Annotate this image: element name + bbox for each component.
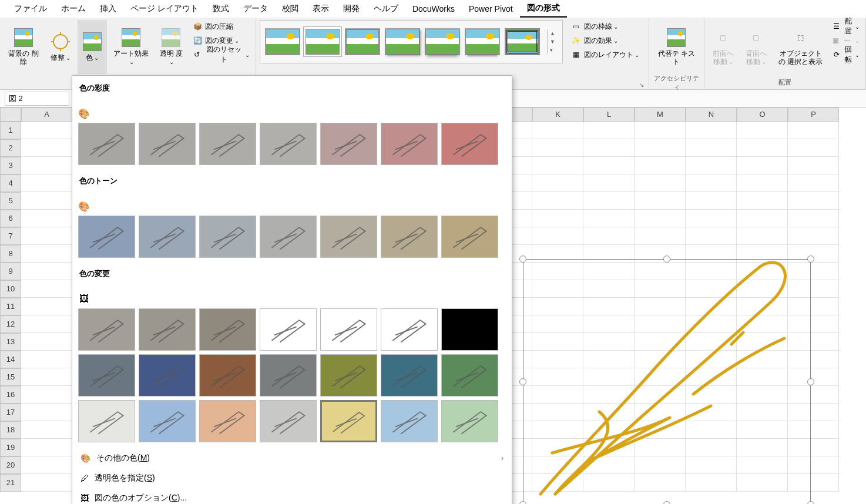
- saturation-swatch-6[interactable]: [441, 123, 498, 165]
- resize-handle-bm[interactable]: [663, 501, 670, 504]
- row-header-19[interactable]: 19: [0, 439, 21, 456]
- resize-handle-tm[interactable]: [663, 256, 670, 263]
- col-header-O[interactable]: O: [737, 107, 788, 122]
- cell[interactable]: [21, 139, 72, 157]
- picture-border-button[interactable]: ▭ 図の枠線: [569, 20, 645, 33]
- cell[interactable]: [583, 192, 635, 210]
- cell[interactable]: [21, 333, 72, 351]
- recolor-swatch-12[interactable]: [381, 354, 438, 397]
- saturation-swatch-2[interactable]: [199, 123, 256, 165]
- cell[interactable]: [532, 210, 583, 227]
- cell[interactable]: [532, 139, 583, 157]
- cell[interactable]: [737, 192, 788, 210]
- reset-picture-button[interactable]: ↺ 図のリセット: [190, 48, 252, 61]
- alt-text-button[interactable]: 代替テ キスト: [653, 20, 700, 74]
- row-header-8[interactable]: 8: [0, 245, 21, 263]
- style-thumb-2[interactable]: [305, 28, 340, 55]
- cell[interactable]: [686, 139, 737, 157]
- cell[interactable]: [788, 157, 839, 174]
- style-thumb-3[interactable]: [345, 28, 380, 55]
- cell[interactable]: [635, 139, 686, 157]
- cell[interactable]: [532, 192, 583, 210]
- col-header-P[interactable]: P: [788, 107, 839, 122]
- col-header-K[interactable]: K: [532, 107, 583, 122]
- menu-formulas[interactable]: 数式: [206, 1, 236, 16]
- row-header-4[interactable]: 4: [0, 174, 21, 192]
- cell[interactable]: [583, 210, 635, 227]
- cell[interactable]: [686, 174, 737, 192]
- menu-docuworks[interactable]: DocuWorks: [405, 2, 462, 16]
- cell[interactable]: [21, 351, 72, 368]
- remove-background-button[interactable]: 背景の 削除: [4, 20, 43, 74]
- recolor-swatch-8[interactable]: [139, 354, 196, 397]
- saturation-swatch-1[interactable]: [139, 123, 196, 165]
- cell[interactable]: [21, 474, 72, 492]
- recolor-swatch-9[interactable]: [199, 354, 256, 397]
- tone-swatch-6[interactable]: [441, 216, 498, 258]
- menu-insert[interactable]: 挿入: [93, 1, 123, 16]
- row-header-6[interactable]: 6: [0, 210, 21, 227]
- resize-handle-br[interactable]: [807, 501, 814, 504]
- row-header-5[interactable]: 5: [0, 192, 21, 210]
- row-header-2[interactable]: 2: [0, 139, 21, 157]
- cell[interactable]: [21, 174, 72, 192]
- menu-data[interactable]: データ: [236, 1, 275, 16]
- recolor-swatch-14[interactable]: [78, 400, 135, 442]
- recolor-swatch-17[interactable]: [260, 400, 317, 442]
- resize-handle-mr[interactable]: [807, 378, 814, 385]
- cell[interactable]: [788, 192, 839, 210]
- picture-effects-button[interactable]: ✨ 図の効果: [569, 34, 645, 47]
- row-header-16[interactable]: 16: [0, 386, 21, 404]
- saturation-swatch-4[interactable]: [320, 123, 377, 165]
- cell[interactable]: [21, 280, 72, 298]
- cell[interactable]: [21, 227, 72, 245]
- row-header-21[interactable]: 21: [0, 474, 21, 492]
- cell[interactable]: [686, 210, 737, 227]
- cell[interactable]: [21, 298, 72, 315]
- row-header-17[interactable]: 17: [0, 404, 21, 421]
- recolor-swatch-16[interactable]: [199, 400, 256, 442]
- menu-picture-format[interactable]: 図の形式: [520, 1, 567, 18]
- cell[interactable]: [21, 157, 72, 174]
- cell[interactable]: [21, 263, 72, 280]
- recolor-swatch-2[interactable]: [199, 308, 256, 351]
- cell[interactable]: [737, 227, 788, 245]
- saturation-swatch-0[interactable]: [78, 123, 135, 165]
- recolor-swatch-10[interactable]: [260, 354, 317, 397]
- set-transparent-item[interactable]: 🖊 透明色を指定(S): [72, 468, 512, 488]
- resize-handle-tl[interactable]: [519, 256, 526, 263]
- name-box[interactable]: [5, 92, 69, 106]
- menu-help[interactable]: ヘルプ: [367, 1, 405, 16]
- resize-handle-bl[interactable]: [519, 501, 526, 504]
- style-thumb-5[interactable]: [425, 28, 460, 55]
- cell[interactable]: [788, 139, 839, 157]
- tone-swatch-5[interactable]: [381, 216, 438, 258]
- menu-view[interactable]: 表示: [306, 1, 336, 16]
- menu-home[interactable]: ホーム: [54, 1, 93, 16]
- cell[interactable]: [788, 227, 839, 245]
- cell[interactable]: [21, 192, 72, 210]
- row-header-9[interactable]: 9: [0, 263, 21, 280]
- recolor-swatch-19[interactable]: [381, 400, 438, 442]
- recolor-swatch-4[interactable]: [320, 308, 377, 351]
- style-thumb-6[interactable]: [465, 28, 500, 55]
- more-colors-item[interactable]: 🎨 その他の色(M) ›: [72, 448, 512, 468]
- picture-layout-button[interactable]: ▦ 図のレイアウト: [569, 48, 645, 61]
- bring-forward-button[interactable]: ▢ 前面へ 移動: [708, 20, 739, 74]
- recolor-swatch-6[interactable]: [441, 308, 498, 351]
- transparency-button[interactable]: 透明 度: [155, 20, 188, 74]
- cell[interactable]: [737, 210, 788, 227]
- tone-swatch-4[interactable]: [320, 216, 377, 258]
- menu-page-layout[interactable]: ページ レイアウト: [123, 1, 206, 16]
- selection-pane-button[interactable]: ⬚ オブジェクトの 選択と表示: [774, 20, 828, 74]
- cell[interactable]: [635, 210, 686, 227]
- cell[interactable]: [583, 139, 635, 157]
- recolor-swatch-1[interactable]: [139, 308, 196, 351]
- canvas-picture[interactable]: [523, 259, 811, 504]
- recolor-swatch-0[interactable]: [78, 308, 135, 351]
- recolor-swatch-7[interactable]: [78, 354, 135, 397]
- cell[interactable]: [737, 157, 788, 174]
- resize-handle-ml[interactable]: [519, 378, 526, 385]
- corrections-button[interactable]: 修整: [46, 20, 75, 74]
- cell[interactable]: [21, 245, 72, 263]
